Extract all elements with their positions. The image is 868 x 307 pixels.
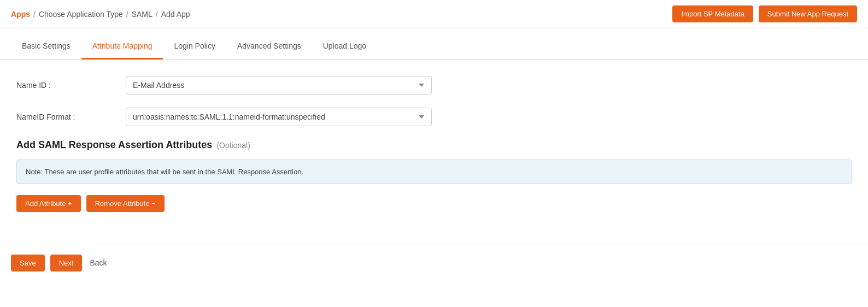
add-plus-icon: + bbox=[68, 199, 72, 208]
breadcrumb-sep-1: / bbox=[33, 10, 36, 19]
assertion-note-box: Note: These are user profile attributes … bbox=[16, 160, 852, 184]
add-attribute-label: Add Attribute bbox=[25, 199, 66, 208]
remove-attribute-button[interactable]: Remove Attribute − bbox=[86, 195, 165, 212]
next-button[interactable]: Next bbox=[50, 255, 83, 271]
breadcrumb: Apps / Choose Application Type / SAML / … bbox=[11, 10, 190, 19]
import-sp-metadata-button[interactable]: Import SP Metadata bbox=[672, 5, 753, 22]
tab-upload-logo[interactable]: Upload Logo bbox=[312, 34, 377, 60]
nameid-format-row: NameID Format : urn:oasis:names:tc:SAML:… bbox=[16, 108, 852, 126]
breadcrumb-add-app: Add App bbox=[161, 10, 190, 19]
breadcrumb-sep-3: / bbox=[156, 10, 158, 19]
name-id-row: Name ID : E-Mail Address Username Phone … bbox=[16, 76, 852, 95]
main-content: Name ID : E-Mail Address Username Phone … bbox=[0, 60, 868, 245]
name-id-select[interactable]: E-Mail Address Username Phone Number bbox=[126, 76, 432, 95]
breadcrumb-sep-2: / bbox=[126, 10, 128, 19]
remove-minus-icon: − bbox=[151, 199, 156, 208]
tab-basic-settings[interactable]: Basic Settings bbox=[11, 34, 81, 60]
assertion-title-text: Add SAML Response Assertion Attributes bbox=[16, 139, 212, 151]
submit-new-app-request-button[interactable]: Submit New App Request bbox=[759, 5, 857, 22]
add-attribute-button[interactable]: Add Attribute + bbox=[16, 195, 81, 212]
header-actions: Import SP Metadata Submit New App Reques… bbox=[672, 5, 857, 22]
page-header: Apps / Choose Application Type / SAML / … bbox=[0, 0, 868, 28]
tab-attribute-mapping[interactable]: Attribute Mapping bbox=[81, 34, 163, 60]
breadcrumb-saml: SAML bbox=[132, 10, 153, 19]
bottom-actions: Save Next Back bbox=[0, 245, 868, 280]
breadcrumb-apps[interactable]: Apps bbox=[11, 10, 30, 19]
breadcrumb-choose-type: Choose Application Type bbox=[39, 10, 123, 19]
tab-login-policy[interactable]: Login Policy bbox=[163, 34, 226, 60]
name-id-select-wrapper: E-Mail Address Username Phone Number bbox=[126, 76, 432, 95]
tab-advanced-settings[interactable]: Advanced Settings bbox=[226, 34, 312, 60]
save-button[interactable]: Save bbox=[11, 255, 45, 271]
tabs-bar: Basic Settings Attribute Mapping Login P… bbox=[0, 34, 868, 60]
assertion-section-title: Add SAML Response Assertion Attributes (… bbox=[16, 139, 852, 151]
back-button[interactable]: Back bbox=[87, 254, 109, 271]
assertion-optional-label: (Optional) bbox=[216, 141, 250, 150]
nameid-format-label: NameID Format : bbox=[16, 113, 126, 121]
nameid-format-select[interactable]: urn:oasis:names:tc:SAML:1.1:nameid-forma… bbox=[126, 108, 432, 126]
nameid-format-select-wrapper: urn:oasis:names:tc:SAML:1.1:nameid-forma… bbox=[126, 108, 432, 126]
name-id-label: Name ID : bbox=[16, 81, 126, 90]
attribute-buttons: Add Attribute + Remove Attribute − bbox=[16, 195, 852, 212]
remove-attribute-label: Remove Attribute bbox=[95, 199, 150, 208]
assertion-note-text: Note: These are user profile attributes … bbox=[26, 168, 303, 176]
